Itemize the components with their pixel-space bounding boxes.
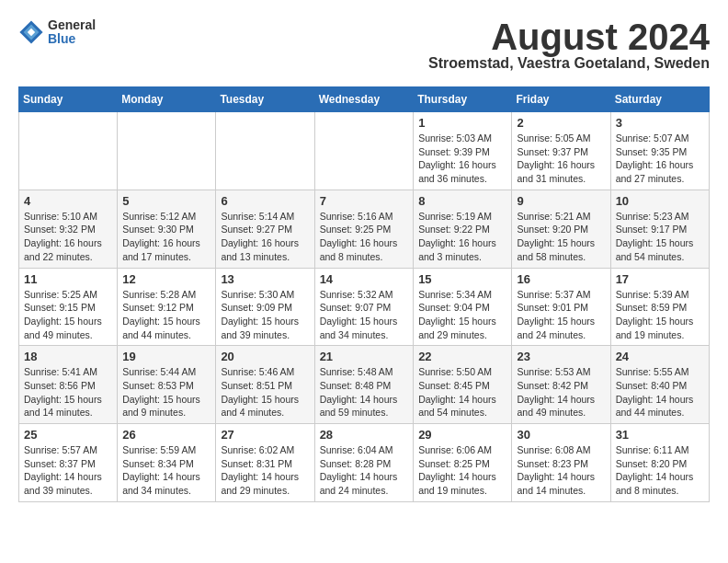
calendar-cell bbox=[19, 112, 118, 190]
day-number: 12 bbox=[122, 272, 210, 286]
calendar-cell: 31Sunrise: 6:11 AM Sunset: 8:20 PM Dayli… bbox=[610, 424, 709, 502]
day-info: Sunrise: 5:59 AM Sunset: 8:34 PM Dayligh… bbox=[122, 443, 210, 498]
calendar-cell: 1Sunrise: 5:03 AM Sunset: 9:39 PM Daylig… bbox=[414, 112, 512, 190]
day-number: 18 bbox=[24, 350, 112, 363]
calendar-table: SundayMondayTuesdayWednesdayThursdayFrid… bbox=[18, 86, 710, 502]
day-info: Sunrise: 5:05 AM Sunset: 9:37 PM Dayligh… bbox=[517, 132, 605, 186]
logo-general: General bbox=[48, 18, 96, 32]
calendar-cell: 25Sunrise: 5:57 AM Sunset: 8:37 PM Dayli… bbox=[19, 424, 118, 502]
day-info: Sunrise: 5:39 AM Sunset: 8:59 PM Dayligh… bbox=[616, 288, 704, 342]
calendar-cell: 20Sunrise: 5:46 AM Sunset: 8:51 PM Dayli… bbox=[216, 346, 314, 424]
day-info: Sunrise: 6:02 AM Sunset: 8:31 PM Dayligh… bbox=[221, 443, 309, 498]
day-number: 4 bbox=[24, 194, 112, 208]
day-number: 1 bbox=[418, 116, 506, 130]
day-number: 2 bbox=[517, 116, 605, 130]
day-number: 5 bbox=[122, 194, 210, 208]
day-number: 6 bbox=[221, 194, 309, 208]
day-number: 21 bbox=[320, 350, 409, 363]
calendar-week-3: 11Sunrise: 5:25 AM Sunset: 9:15 PM Dayli… bbox=[19, 268, 710, 346]
calendar-week-2: 4Sunrise: 5:10 AM Sunset: 9:32 PM Daylig… bbox=[19, 190, 710, 268]
calendar-cell bbox=[118, 112, 216, 190]
day-number: 24 bbox=[616, 350, 704, 363]
day-info: Sunrise: 5:48 AM Sunset: 8:48 PM Dayligh… bbox=[320, 365, 409, 419]
day-info: Sunrise: 5:32 AM Sunset: 9:07 PM Dayligh… bbox=[320, 288, 409, 342]
day-info: Sunrise: 5:14 AM Sunset: 9:27 PM Dayligh… bbox=[221, 210, 309, 264]
weekday-header-thursday: Thursday bbox=[414, 87, 512, 112]
day-info: Sunrise: 6:08 AM Sunset: 8:23 PM Dayligh… bbox=[517, 443, 605, 498]
calendar-cell: 19Sunrise: 5:44 AM Sunset: 8:53 PM Dayli… bbox=[118, 346, 216, 424]
calendar-cell: 27Sunrise: 6:02 AM Sunset: 8:31 PM Dayli… bbox=[216, 424, 314, 502]
day-info: Sunrise: 5:21 AM Sunset: 9:20 PM Dayligh… bbox=[517, 210, 605, 264]
day-number: 28 bbox=[320, 428, 409, 442]
day-number: 14 bbox=[320, 272, 409, 286]
calendar-cell: 10Sunrise: 5:23 AM Sunset: 9:17 PM Dayli… bbox=[610, 190, 709, 268]
calendar-cell: 22Sunrise: 5:50 AM Sunset: 8:45 PM Dayli… bbox=[414, 346, 512, 424]
calendar-cell: 14Sunrise: 5:32 AM Sunset: 9:07 PM Dayli… bbox=[314, 268, 414, 346]
weekday-header-wednesday: Wednesday bbox=[314, 87, 414, 112]
calendar-cell: 26Sunrise: 5:59 AM Sunset: 8:34 PM Dayli… bbox=[118, 424, 216, 502]
logo-blue: Blue bbox=[48, 32, 96, 46]
day-info: Sunrise: 6:06 AM Sunset: 8:25 PM Dayligh… bbox=[418, 443, 506, 498]
calendar-cell: 29Sunrise: 6:06 AM Sunset: 8:25 PM Dayli… bbox=[414, 424, 512, 502]
calendar-cell: 6Sunrise: 5:14 AM Sunset: 9:27 PM Daylig… bbox=[216, 190, 314, 268]
weekday-header-tuesday: Tuesday bbox=[216, 87, 314, 112]
calendar-cell: 4Sunrise: 5:10 AM Sunset: 9:32 PM Daylig… bbox=[19, 190, 118, 268]
day-info: Sunrise: 5:07 AM Sunset: 9:35 PM Dayligh… bbox=[616, 132, 704, 186]
calendar-cell: 23Sunrise: 5:53 AM Sunset: 8:42 PM Dayli… bbox=[512, 346, 610, 424]
calendar-header-row: SundayMondayTuesdayWednesdayThursdayFrid… bbox=[19, 87, 710, 112]
calendar-cell: 17Sunrise: 5:39 AM Sunset: 8:59 PM Dayli… bbox=[610, 268, 709, 346]
day-info: Sunrise: 5:57 AM Sunset: 8:37 PM Dayligh… bbox=[24, 443, 112, 498]
title-block: August 2024 Stroemstad, Vaestra Goetalan… bbox=[428, 18, 710, 72]
day-info: Sunrise: 5:19 AM Sunset: 9:22 PM Dayligh… bbox=[418, 210, 506, 264]
day-info: Sunrise: 6:04 AM Sunset: 8:28 PM Dayligh… bbox=[320, 443, 409, 498]
day-info: Sunrise: 5:34 AM Sunset: 9:04 PM Dayligh… bbox=[418, 288, 506, 342]
weekday-header-sunday: Sunday bbox=[19, 87, 118, 112]
calendar-cell: 18Sunrise: 5:41 AM Sunset: 8:56 PM Dayli… bbox=[19, 346, 118, 424]
day-number: 20 bbox=[221, 350, 309, 363]
day-number: 13 bbox=[221, 272, 309, 286]
day-number: 31 bbox=[616, 428, 704, 442]
calendar-cell: 5Sunrise: 5:12 AM Sunset: 9:30 PM Daylig… bbox=[118, 190, 216, 268]
weekday-header-saturday: Saturday bbox=[610, 87, 709, 112]
day-info: Sunrise: 5:25 AM Sunset: 9:15 PM Dayligh… bbox=[24, 288, 112, 342]
day-info: Sunrise: 5:44 AM Sunset: 8:53 PM Dayligh… bbox=[122, 365, 210, 419]
day-info: Sunrise: 5:23 AM Sunset: 9:17 PM Dayligh… bbox=[616, 210, 704, 264]
day-info: Sunrise: 5:30 AM Sunset: 9:09 PM Dayligh… bbox=[221, 288, 309, 342]
day-number: 26 bbox=[122, 428, 210, 442]
day-number: 29 bbox=[418, 428, 506, 442]
day-info: Sunrise: 5:41 AM Sunset: 8:56 PM Dayligh… bbox=[24, 365, 112, 419]
day-number: 25 bbox=[24, 428, 112, 442]
day-info: Sunrise: 5:12 AM Sunset: 9:30 PM Dayligh… bbox=[122, 210, 210, 264]
day-info: Sunrise: 5:10 AM Sunset: 9:32 PM Dayligh… bbox=[24, 210, 112, 264]
calendar-cell: 3Sunrise: 5:07 AM Sunset: 9:35 PM Daylig… bbox=[610, 112, 709, 190]
day-number: 11 bbox=[24, 272, 112, 286]
location-subtitle: Stroemstad, Vaestra Goetaland, Sweden bbox=[428, 55, 710, 72]
day-info: Sunrise: 5:46 AM Sunset: 8:51 PM Dayligh… bbox=[221, 365, 309, 419]
day-info: Sunrise: 5:16 AM Sunset: 9:25 PM Dayligh… bbox=[320, 210, 409, 264]
day-number: 23 bbox=[517, 350, 605, 363]
day-number: 9 bbox=[517, 194, 605, 208]
day-info: Sunrise: 6:11 AM Sunset: 8:20 PM Dayligh… bbox=[616, 443, 704, 498]
calendar-cell: 9Sunrise: 5:21 AM Sunset: 9:20 PM Daylig… bbox=[512, 190, 610, 268]
logo-icon bbox=[18, 19, 44, 45]
day-number: 8 bbox=[418, 194, 506, 208]
day-info: Sunrise: 5:53 AM Sunset: 8:42 PM Dayligh… bbox=[517, 365, 605, 419]
day-number: 7 bbox=[320, 194, 409, 208]
calendar-cell: 24Sunrise: 5:55 AM Sunset: 8:40 PM Dayli… bbox=[610, 346, 709, 424]
day-info: Sunrise: 5:03 AM Sunset: 9:39 PM Dayligh… bbox=[418, 132, 506, 186]
calendar-cell: 11Sunrise: 5:25 AM Sunset: 9:15 PM Dayli… bbox=[19, 268, 118, 346]
day-number: 3 bbox=[616, 116, 704, 130]
calendar-week-1: 1Sunrise: 5:03 AM Sunset: 9:39 PM Daylig… bbox=[19, 112, 710, 190]
day-number: 27 bbox=[221, 428, 309, 442]
day-number: 19 bbox=[122, 350, 210, 363]
day-number: 10 bbox=[616, 194, 704, 208]
calendar-cell: 12Sunrise: 5:28 AM Sunset: 9:12 PM Dayli… bbox=[118, 268, 216, 346]
day-info: Sunrise: 5:55 AM Sunset: 8:40 PM Dayligh… bbox=[616, 365, 704, 419]
day-number: 16 bbox=[517, 272, 605, 286]
calendar-cell: 8Sunrise: 5:19 AM Sunset: 9:22 PM Daylig… bbox=[414, 190, 512, 268]
day-number: 17 bbox=[616, 272, 704, 286]
weekday-header-monday: Monday bbox=[118, 87, 216, 112]
calendar-cell: 16Sunrise: 5:37 AM Sunset: 9:01 PM Dayli… bbox=[512, 268, 610, 346]
month-title: August 2024 bbox=[428, 18, 710, 55]
calendar-week-4: 18Sunrise: 5:41 AM Sunset: 8:56 PM Dayli… bbox=[19, 346, 710, 424]
